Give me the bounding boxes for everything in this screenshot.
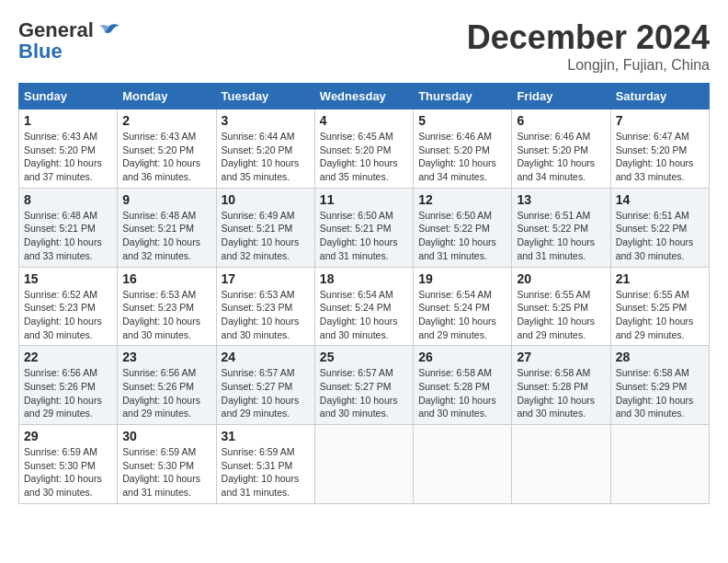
day-number: 6 bbox=[517, 113, 605, 128]
weekday-header: Sunday bbox=[19, 84, 118, 109]
calendar-cell: 18 Sunrise: 6:54 AM Sunset: 5:24 PM Dayl… bbox=[314, 267, 413, 346]
calendar-cell: 19 Sunrise: 6:54 AM Sunset: 5:24 PM Dayl… bbox=[414, 267, 512, 346]
calendar-cell: 27 Sunrise: 6:58 AM Sunset: 5:28 PM Dayl… bbox=[512, 346, 610, 425]
calendar-cell: 21 Sunrise: 6:55 AM Sunset: 5:25 PM Dayl… bbox=[610, 267, 709, 346]
calendar-cell: 12 Sunrise: 6:50 AM Sunset: 5:22 PM Dayl… bbox=[414, 188, 512, 267]
day-info: Sunrise: 6:56 AM Sunset: 5:26 PM Dayligh… bbox=[24, 366, 112, 420]
day-info: Sunrise: 6:59 AM Sunset: 5:30 PM Dayligh… bbox=[122, 445, 210, 500]
day-info: Sunrise: 6:58 AM Sunset: 5:29 PM Dayligh… bbox=[616, 366, 704, 420]
day-number: 9 bbox=[122, 192, 210, 207]
day-number: 8 bbox=[24, 192, 112, 207]
calendar-cell: 11 Sunrise: 6:50 AM Sunset: 5:21 PM Dayl… bbox=[314, 188, 413, 267]
day-info: Sunrise: 6:49 AM Sunset: 5:21 PM Dayligh… bbox=[222, 209, 310, 263]
calendar-cell bbox=[512, 425, 610, 504]
calendar-cell: 8 Sunrise: 6:48 AM Sunset: 5:21 PM Dayli… bbox=[19, 188, 118, 267]
calendar-cell: 13 Sunrise: 6:51 AM Sunset: 5:22 PM Dayl… bbox=[512, 188, 610, 267]
calendar-cell: 17 Sunrise: 6:53 AM Sunset: 5:23 PM Dayl… bbox=[216, 267, 314, 346]
calendar-cell: 7 Sunrise: 6:47 AM Sunset: 5:20 PM Dayli… bbox=[610, 109, 709, 189]
day-number: 15 bbox=[24, 271, 112, 286]
day-info: Sunrise: 6:57 AM Sunset: 5:27 PM Dayligh… bbox=[222, 366, 310, 420]
day-number: 29 bbox=[24, 429, 112, 443]
weekday-header: Tuesday bbox=[216, 84, 314, 109]
day-info: Sunrise: 6:55 AM Sunset: 5:25 PM Dayligh… bbox=[616, 288, 704, 342]
day-number: 4 bbox=[320, 113, 408, 128]
day-info: Sunrise: 6:43 AM Sunset: 5:20 PM Dayligh… bbox=[122, 130, 210, 184]
calendar-cell: 3 Sunrise: 6:44 AM Sunset: 5:20 PM Dayli… bbox=[216, 109, 314, 189]
day-number: 2 bbox=[122, 113, 210, 128]
day-info: Sunrise: 6:58 AM Sunset: 5:28 PM Dayligh… bbox=[517, 366, 605, 420]
day-info: Sunrise: 6:59 AM Sunset: 5:30 PM Dayligh… bbox=[24, 445, 112, 500]
calendar-cell: 31 Sunrise: 6:59 AM Sunset: 5:31 PM Dayl… bbox=[216, 425, 314, 504]
day-info: Sunrise: 6:48 AM Sunset: 5:21 PM Dayligh… bbox=[122, 209, 210, 263]
calendar-cell: 16 Sunrise: 6:53 AM Sunset: 5:23 PM Dayl… bbox=[118, 267, 216, 346]
calendar-cell: 25 Sunrise: 6:57 AM Sunset: 5:27 PM Dayl… bbox=[314, 346, 413, 425]
calendar-week-row: 1 Sunrise: 6:43 AM Sunset: 5:20 PM Dayli… bbox=[19, 109, 710, 189]
calendar-cell: 29 Sunrise: 6:59 AM Sunset: 5:30 PM Dayl… bbox=[19, 425, 118, 504]
day-number: 28 bbox=[616, 350, 704, 364]
weekday-header: Monday bbox=[118, 84, 216, 109]
day-number: 20 bbox=[517, 271, 605, 286]
calendar-cell bbox=[610, 425, 709, 504]
day-info: Sunrise: 6:51 AM Sunset: 5:22 PM Dayligh… bbox=[517, 209, 605, 263]
day-number: 13 bbox=[517, 192, 605, 207]
calendar-cell: 23 Sunrise: 6:56 AM Sunset: 5:26 PM Dayl… bbox=[118, 346, 216, 425]
calendar-cell: 20 Sunrise: 6:55 AM Sunset: 5:25 PM Dayl… bbox=[512, 267, 610, 346]
weekday-header: Saturday bbox=[610, 84, 709, 109]
day-number: 23 bbox=[122, 350, 210, 364]
day-info: Sunrise: 6:46 AM Sunset: 5:20 PM Dayligh… bbox=[418, 130, 506, 184]
day-number: 21 bbox=[616, 271, 704, 286]
calendar-cell: 1 Sunrise: 6:43 AM Sunset: 5:20 PM Dayli… bbox=[19, 109, 118, 189]
calendar-cell bbox=[414, 425, 512, 504]
calendar-cell: 10 Sunrise: 6:49 AM Sunset: 5:21 PM Dayl… bbox=[216, 188, 314, 267]
day-info: Sunrise: 6:55 AM Sunset: 5:25 PM Dayligh… bbox=[517, 288, 605, 342]
day-info: Sunrise: 6:53 AM Sunset: 5:23 PM Dayligh… bbox=[222, 288, 310, 342]
day-info: Sunrise: 6:43 AM Sunset: 5:20 PM Dayligh… bbox=[24, 130, 112, 184]
day-info: Sunrise: 6:54 AM Sunset: 5:24 PM Dayligh… bbox=[320, 288, 408, 342]
day-number: 16 bbox=[122, 271, 210, 286]
calendar-cell: 9 Sunrise: 6:48 AM Sunset: 5:21 PM Dayli… bbox=[118, 188, 216, 267]
day-info: Sunrise: 6:59 AM Sunset: 5:31 PM Dayligh… bbox=[222, 445, 310, 500]
day-number: 27 bbox=[517, 350, 605, 364]
calendar-week-row: 29 Sunrise: 6:59 AM Sunset: 5:30 PM Dayl… bbox=[19, 425, 710, 504]
day-info: Sunrise: 6:58 AM Sunset: 5:28 PM Dayligh… bbox=[418, 366, 506, 420]
day-info: Sunrise: 6:53 AM Sunset: 5:23 PM Dayligh… bbox=[122, 288, 210, 342]
day-info: Sunrise: 6:54 AM Sunset: 5:24 PM Dayligh… bbox=[418, 288, 506, 342]
day-info: Sunrise: 6:47 AM Sunset: 5:20 PM Dayligh… bbox=[616, 130, 704, 184]
day-info: Sunrise: 6:52 AM Sunset: 5:23 PM Dayligh… bbox=[24, 288, 112, 342]
day-info: Sunrise: 6:51 AM Sunset: 5:22 PM Dayligh… bbox=[616, 209, 704, 263]
day-info: Sunrise: 6:56 AM Sunset: 5:26 PM Dayligh… bbox=[122, 366, 210, 420]
day-number: 22 bbox=[24, 350, 112, 364]
weekday-header: Thursday bbox=[414, 84, 512, 109]
day-number: 25 bbox=[320, 350, 408, 364]
day-info: Sunrise: 6:45 AM Sunset: 5:20 PM Dayligh… bbox=[320, 130, 408, 184]
calendar-header-row: SundayMondayTuesdayWednesdayThursdayFrid… bbox=[19, 84, 710, 109]
day-number: 12 bbox=[418, 192, 506, 207]
calendar-cell: 6 Sunrise: 6:46 AM Sunset: 5:20 PM Dayli… bbox=[512, 109, 610, 189]
day-number: 10 bbox=[222, 192, 310, 207]
month-title: December 2024 bbox=[467, 18, 710, 57]
calendar-cell: 5 Sunrise: 6:46 AM Sunset: 5:20 PM Dayli… bbox=[414, 109, 512, 189]
day-number: 30 bbox=[122, 429, 210, 443]
calendar-cell: 22 Sunrise: 6:56 AM Sunset: 5:26 PM Dayl… bbox=[19, 346, 118, 425]
logo-blue-line: Blue bbox=[18, 40, 63, 63]
day-number: 31 bbox=[222, 429, 310, 443]
day-info: Sunrise: 6:48 AM Sunset: 5:21 PM Dayligh… bbox=[24, 209, 112, 263]
day-number: 3 bbox=[222, 113, 310, 128]
calendar-cell: 14 Sunrise: 6:51 AM Sunset: 5:22 PM Dayl… bbox=[610, 188, 709, 267]
location-subtitle: Longjin, Fujian, China bbox=[467, 57, 710, 74]
day-info: Sunrise: 6:57 AM Sunset: 5:27 PM Dayligh… bbox=[320, 366, 408, 420]
logo: General Blue bbox=[18, 18, 121, 63]
calendar-week-row: 22 Sunrise: 6:56 AM Sunset: 5:26 PM Dayl… bbox=[19, 346, 710, 425]
logo-bird-icon bbox=[96, 23, 121, 43]
day-number: 11 bbox=[320, 192, 408, 207]
day-number: 18 bbox=[320, 271, 408, 286]
weekday-header: Wednesday bbox=[314, 84, 413, 109]
calendar-cell: 15 Sunrise: 6:52 AM Sunset: 5:23 PM Dayl… bbox=[19, 267, 118, 346]
calendar-cell: 2 Sunrise: 6:43 AM Sunset: 5:20 PM Dayli… bbox=[118, 109, 216, 189]
day-number: 26 bbox=[418, 350, 506, 364]
title-block: December 2024 Longjin, Fujian, China bbox=[467, 18, 710, 74]
calendar-table: SundayMondayTuesdayWednesdayThursdayFrid… bbox=[18, 83, 710, 504]
day-number: 5 bbox=[418, 113, 506, 128]
calendar-cell: 24 Sunrise: 6:57 AM Sunset: 5:27 PM Dayl… bbox=[216, 346, 314, 425]
day-number: 1 bbox=[24, 113, 112, 128]
